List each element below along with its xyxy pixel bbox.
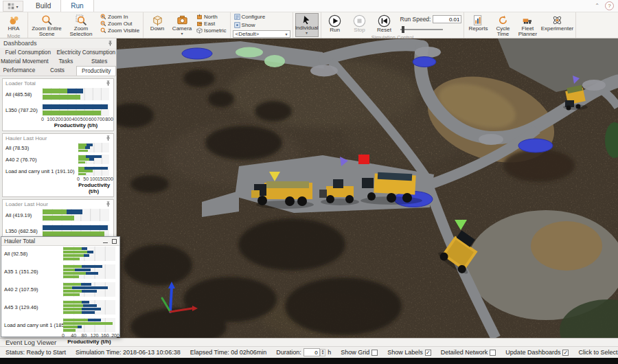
zone-blue-3[interactable] xyxy=(518,139,553,152)
chart-bar xyxy=(63,301,115,304)
cycle-time-button[interactable]: Cycle Time xyxy=(491,13,514,39)
tab-build[interactable]: Build xyxy=(26,0,60,12)
nav-costs[interactable]: Costs xyxy=(38,66,77,76)
cursor-arrow-icon xyxy=(301,14,312,25)
chart-bar xyxy=(43,225,109,230)
nav-tasks[interactable]: Tasks xyxy=(49,57,83,66)
help-button[interactable]: ? xyxy=(605,1,614,10)
reset-icon xyxy=(378,14,391,27)
viewport-3d[interactable] xyxy=(117,38,618,338)
zone-blue-1[interactable] xyxy=(182,48,212,59)
pin-icon[interactable] xyxy=(106,201,111,207)
marker-red-square[interactable] xyxy=(358,155,369,164)
dashboards-panel: Dashboards Fuel Consumption Electricity … xyxy=(0,38,117,338)
stop-button[interactable]: Stop xyxy=(348,13,371,34)
tab-run[interactable]: Run xyxy=(60,0,93,12)
zoom-out-button[interactable]: Zoom Out xyxy=(99,20,141,27)
slider-handle[interactable] xyxy=(402,26,404,33)
isometric-icon xyxy=(196,27,203,34)
hauler-total-titlebar[interactable]: Hauler Total xyxy=(1,237,117,246)
chart-bar xyxy=(63,254,115,257)
chart-x-title: Productivity (t/h) xyxy=(43,122,109,129)
select-individual-button[interactable]: Individual ▾ xyxy=(295,13,319,37)
hra-button[interactable]: HRA xyxy=(2,13,25,33)
nav-fuel-consumption[interactable]: Fuel Consumption xyxy=(0,48,56,57)
run-icon xyxy=(328,14,341,27)
select-individual-label: Individual xyxy=(295,25,319,31)
chart-row-label: L350 (787.20) xyxy=(5,107,43,113)
chart-bar xyxy=(63,272,115,275)
taskbar-strip xyxy=(0,358,618,364)
nav-states[interactable]: States xyxy=(82,57,116,66)
minimize-icon[interactable] xyxy=(103,242,108,243)
zoom-visible-button[interactable]: Zoom Visible xyxy=(99,27,141,34)
pin-icon[interactable] xyxy=(106,135,111,141)
camera-dropdown-caret-icon: ▾ xyxy=(181,32,183,36)
nav-electricity-consumption[interactable]: Electricity Consumption xyxy=(56,48,116,57)
camera-button[interactable]: Camera ▾ xyxy=(170,13,194,38)
legend-configure-button[interactable]: Configure xyxy=(233,13,267,20)
chart-x-axis: 050100150200 xyxy=(78,176,109,182)
run-speed-slider[interactable] xyxy=(400,25,443,34)
zoom-selection-button[interactable]: Zoom Selection xyxy=(65,13,98,39)
ribbon-group-simulation-control: Run Stop Reset Run Speed: xyxy=(321,12,465,38)
hauler-truck-1[interactable] xyxy=(251,181,314,209)
nav-performance[interactable]: Performance xyxy=(0,66,38,76)
chart-row-label: A40 2 (76.70) xyxy=(5,157,78,163)
pin-icon[interactable] xyxy=(106,80,111,87)
ribbon-group-view: Down Camera ▾ North East xyxy=(144,12,230,38)
reports-button[interactable]: Reports xyxy=(466,13,490,33)
zone-blue-2[interactable] xyxy=(413,57,436,67)
chart-bar xyxy=(63,265,115,268)
update-dashboards-label: Update Dashboards xyxy=(505,349,560,356)
zone-green-2[interactable] xyxy=(264,55,285,67)
pin-icon[interactable] xyxy=(108,41,113,47)
collapse-ribbon-icon[interactable]: ⌃ xyxy=(595,3,599,9)
reset-button[interactable]: Reset xyxy=(373,13,396,34)
zoom-entire-scene-button[interactable]: Zoom Entire Scene xyxy=(30,13,63,39)
duration-spinner[interactable]: ▲▼ xyxy=(320,349,325,356)
zoom-in-button[interactable]: Zoom In xyxy=(99,13,141,20)
legend-show-button[interactable]: Show xyxy=(233,21,257,28)
view-isometric-button[interactable]: Isometric xyxy=(195,27,227,34)
zoom-visible-label: Zoom Visible xyxy=(108,27,139,34)
view-down-label: Down xyxy=(150,26,164,32)
hauler-total-window[interactable]: Hauler Total All (92.58)A35 1 (151.26)A4… xyxy=(1,236,117,337)
application-window: ▾ Build Run ⌃ ? HRA Mode Zoom Entire Sce… xyxy=(0,0,618,364)
detailed-network-checkbox[interactable] xyxy=(490,350,496,356)
reports-icon xyxy=(472,14,484,26)
hauler-last-hour-title: Hauler Last Hour xyxy=(5,135,47,141)
fleet-planner-label: Fleet Planner xyxy=(517,26,538,38)
dashboards-panel-title: Dashboards xyxy=(3,40,37,47)
zone-green-1[interactable] xyxy=(236,47,263,58)
zoom-visible-icon xyxy=(100,27,106,34)
simulation-time: Simulation Time: 2018-06-13 10:06:38 xyxy=(76,349,181,356)
legend-preset-dropdown[interactable]: <Default> ▾ xyxy=(233,30,290,38)
fleet-planner-button[interactable]: Fleet Planner xyxy=(516,13,539,39)
fleet-planner-icon xyxy=(522,14,534,26)
view-east-button[interactable]: East xyxy=(195,20,227,27)
run-label: Run xyxy=(330,27,340,33)
zoom-out-label: Zoom Out xyxy=(108,21,133,27)
duration-input[interactable] xyxy=(304,348,320,356)
chart-bar xyxy=(78,173,109,176)
loader-total-title: Loader Total xyxy=(5,80,36,87)
nav-material-movement[interactable]: Material Movement xyxy=(0,57,49,66)
hauler-last-hour-card: Hauler Last Hour All (78.53)A40 2 (76.70… xyxy=(2,133,114,197)
update-dashboards-checkbox[interactable]: ✓ xyxy=(562,350,569,356)
app-menu-button[interactable]: ▾ xyxy=(3,1,23,12)
run-speed-input[interactable] xyxy=(433,15,461,23)
chart-row-label: All (78.53) xyxy=(5,145,78,151)
show-labels-label: Show Labels xyxy=(387,349,423,356)
chart-bar xyxy=(63,308,115,310)
chart-bar xyxy=(78,161,109,164)
maximize-icon[interactable] xyxy=(112,239,117,244)
run-button[interactable]: Run xyxy=(323,13,347,34)
ribbon-tab-bar: ▾ Build Run ⌃ ? xyxy=(0,0,618,12)
show-labels-checkbox[interactable]: ✓ xyxy=(425,350,431,356)
nav-productivity[interactable]: Productivity xyxy=(76,66,116,76)
experimenter-button[interactable]: Experimenter xyxy=(540,13,573,33)
view-north-button[interactable]: North xyxy=(195,13,227,20)
view-down-button[interactable]: Down xyxy=(146,13,169,33)
show-grid-checkbox[interactable] xyxy=(371,350,378,356)
